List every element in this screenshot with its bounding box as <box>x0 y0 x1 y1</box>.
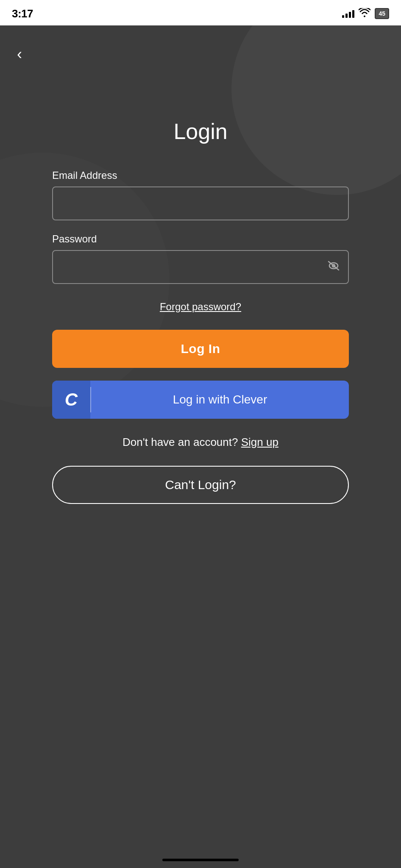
eye-slash-icon <box>327 261 340 271</box>
forgot-password-link[interactable]: Forgot password? <box>160 301 241 312</box>
password-input[interactable] <box>52 250 349 284</box>
password-toggle-button[interactable] <box>327 260 340 274</box>
email-form-group: Email Address <box>52 170 349 220</box>
login-container: Login Email Address Password F <box>0 25 401 563</box>
email-input[interactable] <box>52 186 349 220</box>
page-title: Login <box>173 119 227 144</box>
password-label: Password <box>52 233 349 245</box>
clever-login-button[interactable]: C Log in with Clever <box>52 381 349 419</box>
forgot-password-container: Forgot password? <box>52 301 349 313</box>
email-label: Email Address <box>52 170 349 181</box>
clever-logo-area: C <box>52 381 90 419</box>
signup-container: Don't have an account? Sign up <box>123 436 278 449</box>
cant-login-button[interactable]: Can't Login? <box>52 466 349 504</box>
back-button[interactable]: ‹ <box>17 47 22 62</box>
clever-button-label: Log in with Clever <box>91 393 349 406</box>
status-time: 3:17 <box>12 7 33 20</box>
login-button[interactable]: Log In <box>52 330 349 368</box>
home-indicator <box>162 859 239 861</box>
signal-icon <box>342 9 354 18</box>
signup-prompt: Don't have an account? <box>123 436 238 448</box>
clever-logo-letter: C <box>65 389 78 410</box>
status-icons: 45 <box>342 8 389 19</box>
main-background: ‹ Login Email Address Password <box>0 25 401 868</box>
signup-link[interactable]: Sign up <box>241 436 278 448</box>
password-wrapper <box>52 250 349 284</box>
status-bar: 3:17 45 <box>0 0 401 25</box>
battery-icon: 45 <box>375 8 389 19</box>
password-form-group: Password <box>52 233 349 284</box>
wifi-icon <box>359 8 370 19</box>
